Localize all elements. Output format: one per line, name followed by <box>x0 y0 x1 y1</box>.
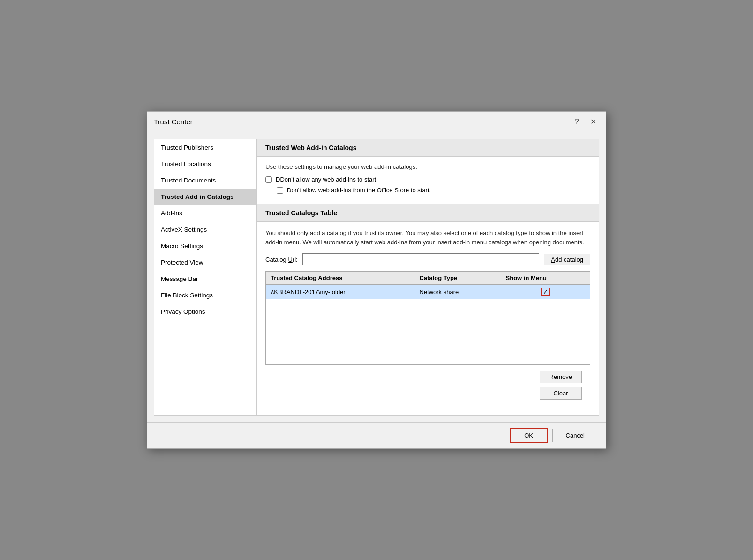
main-content: Trusted Web Add-in Catalogs Use these se… <box>257 139 599 416</box>
section2-header: Trusted Catalogs Table <box>257 204 599 222</box>
ok-button[interactable]: OK <box>510 428 548 443</box>
col-address: Trusted Catalog Address <box>266 272 414 285</box>
sidebar: Trusted PublishersTrusted LocationsTrust… <box>154 139 257 416</box>
add-catalog-button[interactable]: Add catalog <box>544 254 590 265</box>
checkbox1-label: DDon't allow any web add-ins to start. <box>276 176 378 183</box>
cancel-button[interactable]: Cancel <box>552 429 598 442</box>
dialog-footer: OK Cancel <box>147 422 606 448</box>
sidebar-item-add-ins[interactable]: Add-ins <box>154 205 256 221</box>
checkbox2[interactable] <box>277 187 283 194</box>
catalog-url-row: Catalog Url: Add catalog <box>265 253 590 265</box>
table-empty-area <box>265 299 590 365</box>
section2-description: You should only add a catalog if you tru… <box>265 228 590 247</box>
col-show: Show in Menu <box>501 272 590 285</box>
section1-body: Use these settings to manage your web ad… <box>257 157 599 204</box>
sidebar-item-trusted-publishers[interactable]: Trusted Publishers <box>154 139 256 156</box>
catalog-table: Trusted Catalog Address Catalog Type Sho… <box>265 271 590 299</box>
checkbox2-row: Don't allow web add-ins from the Office … <box>277 187 590 194</box>
remove-button[interactable]: Remove <box>540 371 582 383</box>
checkbox1-row: DDon't allow any web add-ins to start. <box>265 176 590 183</box>
sidebar-item-trusted-addin-catalogs[interactable]: Trusted Add-in Catalogs <box>154 189 256 205</box>
title-bar: Trust Center ? ✕ <box>147 112 606 132</box>
section1-description: Use these settings to manage your web ad… <box>265 163 590 170</box>
clear-button[interactable]: Clear <box>540 387 582 400</box>
col-type: Catalog Type <box>414 272 501 285</box>
checkbox1[interactable] <box>265 176 272 183</box>
sidebar-item-message-bar[interactable]: Message Bar <box>154 271 256 287</box>
checkbox2-label: Don't allow web add-ins from the Office … <box>287 187 431 194</box>
section1-header: Trusted Web Add-in Catalogs <box>257 139 599 157</box>
sidebar-item-macro-settings[interactable]: Macro Settings <box>154 238 256 254</box>
dialog-title: Trust Center <box>154 118 193 126</box>
dialog-body: Trusted PublishersTrusted LocationsTrust… <box>147 132 606 422</box>
trust-center-dialog: Trust Center ? ✕ Trusted PublishersTrust… <box>147 111 606 449</box>
section2-body: You should only add a catalog if you tru… <box>257 222 599 406</box>
table-wrapper: Trusted Catalog Address Catalog Type Sho… <box>265 271 590 365</box>
action-buttons: Remove Clear <box>265 371 590 400</box>
close-button[interactable]: ✕ <box>587 116 599 127</box>
catalog-url-input[interactable] <box>302 253 540 265</box>
sidebar-item-privacy-options[interactable]: Privacy Options <box>154 303 256 320</box>
catalog-address-cell: \\KBRANDL-2017\my-folder <box>266 285 414 299</box>
sidebar-item-trusted-documents[interactable]: Trusted Documents <box>154 172 256 189</box>
sidebar-item-protected-view[interactable]: Protected View <box>154 254 256 271</box>
title-bar-controls: ? ✕ <box>572 116 599 127</box>
catalog-type-cell: Network share <box>414 285 501 299</box>
sidebar-item-activex-settings[interactable]: ActiveX Settings <box>154 221 256 238</box>
sidebar-item-trusted-locations[interactable]: Trusted Locations <box>154 156 256 172</box>
sidebar-item-file-block-settings[interactable]: File Block Settings <box>154 287 256 303</box>
show-in-menu-cell[interactable]: ✓ <box>501 285 590 299</box>
checked-checkbox[interactable]: ✓ <box>541 288 550 296</box>
table-row[interactable]: \\KBRANDL-2017\my-folderNetwork share✓ <box>266 285 590 299</box>
help-button[interactable]: ? <box>572 117 582 127</box>
catalog-url-label: Catalog Url: <box>265 256 298 263</box>
